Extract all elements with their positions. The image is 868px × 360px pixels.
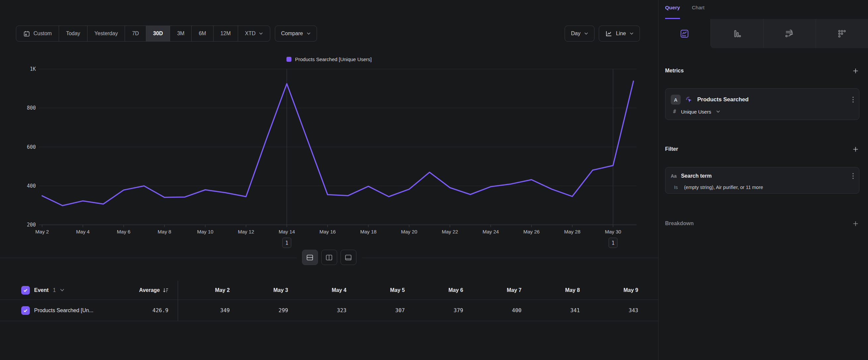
x-axis-label: May 8	[158, 229, 172, 234]
add-filter-button[interactable]	[851, 145, 859, 153]
x-axis-label: May 28	[564, 229, 580, 234]
filter-value: (empty string), Air purifier, or 11 more	[684, 185, 763, 190]
x-axis-label: May 4	[76, 229, 90, 234]
y-axis-label: 200	[27, 222, 36, 228]
x-axis-label: May 16	[319, 229, 336, 234]
value-cell: 349	[178, 307, 237, 313]
x-axis-label: May 18	[360, 229, 376, 234]
measure-label: Unique Users	[681, 109, 711, 115]
x-axis-label: May 10	[197, 229, 213, 234]
layout-toggle-group	[297, 250, 362, 265]
column-header-may-9[interactable]: May 9	[587, 287, 645, 293]
chevron-down-icon[interactable]	[60, 288, 64, 292]
table-header-row: Event 1 Average	[0, 281, 658, 300]
filter-more-menu-icon[interactable]	[852, 173, 854, 179]
event-row-cell: Products Searched [Un...	[0, 306, 107, 315]
event-header-cell: Event 1	[0, 286, 107, 295]
check-icon	[23, 308, 28, 313]
value-cell: 323	[295, 307, 353, 313]
average-value: 426.9	[153, 307, 168, 313]
split-horizontal-layout-button[interactable]	[302, 250, 318, 265]
viz-tab-flows[interactable]	[763, 19, 816, 48]
column-header-may-6[interactable]: May 6	[411, 287, 470, 293]
metric-more-menu-icon[interactable]	[852, 96, 854, 103]
select-all-checkbox[interactable]	[21, 286, 30, 295]
y-axis-label: 600	[27, 144, 36, 150]
filter-row: Aa Search term	[671, 172, 854, 180]
measure-prefix: #	[673, 109, 676, 115]
column-header-may-4[interactable]: May 4	[295, 287, 353, 293]
column-header-may-5[interactable]: May 5	[353, 287, 411, 293]
line-chart-canvas[interactable]: 1K80060040020011May 2May 4May 6May 8May …	[0, 0, 658, 252]
filter-section-heading: Filter	[665, 145, 859, 153]
x-axis-label: May 30	[605, 229, 621, 234]
sidebar-content: Metrics A	[658, 48, 868, 227]
y-axis-label: 800	[27, 105, 36, 111]
breakdown-title: Breakdown	[665, 221, 693, 226]
string-type-icon: Aa	[671, 173, 677, 179]
event-cursor-icon	[685, 95, 693, 104]
flows-tab-icon	[785, 29, 794, 38]
column-header-may-2[interactable]: May 2	[178, 287, 237, 293]
event-row-name: Products Searched [Un...	[34, 307, 93, 313]
table-data-row: Products Searched [Un... 426.9 349299323…	[0, 300, 658, 321]
value-cell: 307	[353, 307, 411, 313]
filter-property-name: Search term	[681, 173, 848, 179]
filter-title: Filter	[665, 146, 678, 152]
main-panel: CustomTodayYesterday7D30D3M6M12MXTD Comp…	[0, 0, 658, 360]
query-sidebar: Query Chart	[658, 0, 868, 360]
metric-name: Products Searched	[697, 96, 848, 103]
metric-card[interactable]: A Products Searched	[665, 88, 859, 120]
value-cell: 379	[411, 307, 470, 313]
annotation-badge-label: 1	[285, 240, 288, 246]
measure-row[interactable]: # Unique Users	[671, 108, 854, 115]
metrics-section-heading: Metrics	[665, 67, 859, 75]
plus-icon	[853, 221, 858, 226]
filter-condition-row[interactable]: Is (empty string), Air purifier, or 11 m…	[671, 184, 854, 191]
tab-query[interactable]: Query	[665, 5, 680, 19]
single-panel-icon	[345, 254, 352, 261]
viz-tab-bar-chart[interactable]	[711, 19, 763, 48]
value-cell: 299	[237, 307, 295, 313]
metric-letter-badge: A	[671, 95, 681, 105]
split-vertical-layout-button[interactable]	[321, 250, 337, 265]
viz-tab-line-chart[interactable]	[658, 19, 711, 48]
filter-operator: Is	[674, 185, 678, 190]
analytics-app: CustomTodayYesterday7D30D3M6M12MXTD Comp…	[0, 0, 868, 360]
x-axis-label: May 22	[442, 229, 458, 234]
add-metric-button[interactable]	[851, 67, 859, 75]
check-icon	[23, 287, 28, 293]
plus-icon	[853, 146, 858, 152]
column-header-may-8[interactable]: May 8	[528, 287, 587, 293]
breakdown-section-heading: Breakdown	[665, 220, 859, 227]
column-header-may-3[interactable]: May 3	[237, 287, 295, 293]
retention-tab-icon	[837, 29, 846, 38]
bar-chart-tab-icon	[733, 29, 741, 38]
single-panel-layout-button[interactable]	[341, 250, 356, 265]
results-table: Event 1 Average	[0, 281, 658, 321]
event-count: 1	[53, 287, 56, 293]
sidebar-tabs: Query Chart	[658, 0, 868, 19]
chevron-down-icon	[716, 110, 720, 113]
value-cell: 341	[528, 307, 587, 313]
line-chart-tab-icon	[680, 29, 689, 38]
sort-icon	[162, 287, 168, 293]
split-vertical-icon	[326, 254, 333, 261]
filter-card[interactable]: Aa Search term Is (empty string), Air pu…	[665, 167, 859, 194]
series-line	[42, 81, 633, 205]
row-checkbox[interactable]	[21, 306, 30, 315]
x-axis-label: May 12	[238, 229, 254, 234]
visualization-tab-strip	[658, 19, 868, 48]
average-value-cell: 426.9	[107, 300, 178, 321]
annotation-badge-label: 1	[611, 240, 614, 246]
average-header-cell[interactable]: Average	[107, 281, 178, 300]
viz-tab-retention[interactable]	[816, 19, 868, 48]
x-axis-label: May 20	[401, 229, 417, 234]
tab-chart[interactable]: Chart	[692, 5, 705, 19]
x-axis-label: May 14	[279, 229, 295, 234]
column-header-may-7[interactable]: May 7	[470, 287, 528, 293]
plus-icon	[853, 68, 858, 74]
metric-row: A Products Searched	[671, 95, 854, 105]
add-breakdown-button[interactable]	[851, 220, 859, 227]
metrics-title: Metrics	[665, 68, 684, 74]
